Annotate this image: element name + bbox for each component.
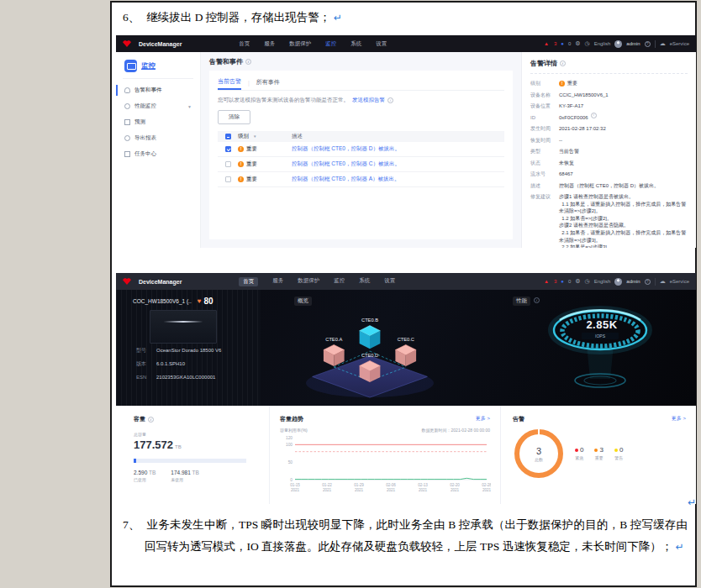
controller-cube-b[interactable]: CTE0.B bbox=[360, 318, 381, 349]
capacity-panel: 容量i 总容量 177.572TB 2.590 TB 已使用 174.981 T… bbox=[116, 406, 269, 504]
titlebar-right: ▲3 ●0 ⚙ ◷ English admin ? ☁ eService bbox=[544, 278, 689, 286]
nav-data-protection[interactable]: 数据保护 bbox=[298, 277, 319, 286]
eservice-link[interactable]: eService bbox=[670, 279, 689, 284]
message-icon[interactable]: ● bbox=[561, 279, 564, 284]
detail-field-row: 类型当前告警 bbox=[530, 146, 688, 158]
filter-icon[interactable]: ▼ bbox=[253, 134, 256, 139]
detail-field-row: 发生时间2021-02-28 17:02:32 bbox=[530, 123, 688, 135]
doc-paragraph-7: 7、业务未发生中断，TPS 瞬时出现较明显下降，此时业务全由 B 控承载（出于数… bbox=[123, 514, 688, 558]
cloud-icon[interactable]: ☁ bbox=[660, 40, 666, 47]
table-row[interactable]: !重要 控制器（控制框 CTE0，控制器 D）被拔出。 bbox=[218, 142, 504, 157]
tab-bar: 当前告警 | 所有事件 bbox=[218, 77, 504, 91]
sidebar-item-performance[interactable]: 性能监控 ▼ bbox=[116, 98, 200, 114]
controller-cube-d[interactable]: CTE0.D bbox=[360, 353, 381, 382]
controller-label: CTE0.B bbox=[361, 318, 378, 323]
info-icon[interactable]: i bbox=[148, 417, 154, 423]
nav-monitor[interactable]: 监控 bbox=[325, 40, 336, 48]
alarm-bell-icon[interactable]: ▲ bbox=[544, 279, 549, 284]
alarm-summary-panel: 告警 更多 > 3 总数 0 紧急 3 重要 bbox=[500, 406, 696, 504]
controller-label: CTE0.D bbox=[361, 353, 378, 358]
nav-home[interactable]: 首页 bbox=[239, 40, 250, 48]
alarm-screenshot: DeviceManager 首页 服务 数据保护 监控 系统 设置 ▲3 ●0 … bbox=[116, 35, 696, 248]
username[interactable]: admin bbox=[626, 41, 640, 46]
nav-settings[interactable]: 设置 bbox=[376, 40, 387, 48]
row-checkbox[interactable] bbox=[225, 161, 231, 167]
free-capacity: 174.981 TB 未使用 bbox=[171, 470, 199, 482]
nav-services[interactable]: 服务 bbox=[272, 277, 283, 286]
avatar[interactable] bbox=[614, 278, 622, 286]
page-title-text: 告警和事件 bbox=[209, 58, 243, 66]
sidebar-app[interactable]: 监控 bbox=[124, 60, 192, 72]
sidebar-item-alarms-events[interactable]: 告警和事件 bbox=[116, 82, 200, 98]
capacity-trend-chart: 05010012001-15202101-22202101-29202102-0… bbox=[280, 433, 491, 495]
alarm-bell-icon[interactable]: ▲ bbox=[544, 41, 549, 46]
health-heart-icon: ♥ bbox=[198, 297, 202, 305]
nav-services[interactable]: 服务 bbox=[264, 40, 275, 48]
cloud-icon[interactable]: ☁ bbox=[660, 278, 666, 285]
alarm-desc-link[interactable]: 控制器（控制框 CTE0，控制器 A）被拔出。 bbox=[292, 176, 504, 183]
gear-icon[interactable]: ⚙ bbox=[575, 40, 580, 47]
detail-field-row: 流水号68467 bbox=[530, 169, 688, 181]
alarm-desc-link[interactable]: 控制器（控制框 CTE0，控制器 D）被拔出。 bbox=[292, 145, 504, 153]
svg-text:02-06: 02-06 bbox=[386, 483, 396, 487]
huawei-logo-icon bbox=[123, 40, 131, 47]
svg-text:01-22: 01-22 bbox=[322, 483, 332, 487]
clock-icon[interactable]: ◷ bbox=[585, 40, 590, 47]
table-row[interactable]: !重要 控制器（控制框 CTE0，控制器 C）被拔出。 bbox=[218, 157, 504, 172]
nav-system[interactable]: 系统 bbox=[359, 277, 370, 286]
page-title: 告警和事件i bbox=[209, 57, 513, 66]
svg-text:2021: 2021 bbox=[419, 488, 428, 492]
device-name[interactable]: COC_HW18500V6_1 (.. bbox=[133, 298, 192, 304]
controller-cube-a[interactable]: CTE0.A bbox=[324, 337, 345, 366]
svg-text:2021: 2021 bbox=[482, 488, 491, 492]
sidebar-item-task-center[interactable]: 任务中心 bbox=[116, 146, 200, 162]
info-icon[interactable]: i bbox=[560, 60, 566, 66]
info-icon[interactable]: i bbox=[591, 113, 597, 118]
alarm-more-link[interactable]: 更多 > bbox=[672, 415, 686, 423]
capacity-stats: 2.590 TB 已使用 174.981 TB 未使用 bbox=[134, 470, 269, 482]
field-label: 级别 bbox=[530, 78, 559, 90]
language-selector[interactable]: English bbox=[594, 279, 611, 284]
alarm-desc-link[interactable]: 控制器（控制框 CTE0，控制器 C）被拔出。 bbox=[292, 160, 504, 168]
controller-cube-c[interactable]: CTE0.C bbox=[395, 337, 416, 366]
main-nav: 首页 服务 数据保护 监控 系统 设置 bbox=[239, 40, 387, 48]
clear-button[interactable]: 清除 bbox=[218, 110, 250, 124]
help-icon[interactable]: ? bbox=[645, 279, 651, 285]
tab-current-alarms[interactable]: 当前告警 bbox=[218, 77, 241, 90]
nav-system[interactable]: 系统 bbox=[350, 40, 361, 48]
send-simulated-alarm-link[interactable]: 发送模拟告警 bbox=[352, 97, 385, 102]
trend-more-link[interactable]: 更多 > bbox=[476, 415, 490, 423]
sidebar-item-label: 告警和事件 bbox=[134, 87, 162, 94]
svg-text:2021: 2021 bbox=[355, 488, 364, 492]
info-icon[interactable]: i bbox=[387, 97, 393, 103]
health-score: 80 bbox=[203, 297, 213, 306]
table-row[interactable]: !重要 控制器（控制框 CTE0，控制器 A）被拔出。 bbox=[218, 172, 504, 187]
svg-text:2021: 2021 bbox=[323, 488, 332, 492]
help-icon[interactable]: ? bbox=[645, 41, 651, 47]
info-icon[interactable]: i bbox=[245, 59, 251, 65]
paragraph-return-mark: ↵ bbox=[676, 541, 684, 553]
select-all-checkbox[interactable] bbox=[225, 134, 231, 139]
simulated-alarm-hint: 您可以发送模拟告警来测试设备的告警功能是否正常。发送模拟告警i bbox=[218, 97, 504, 104]
gear-icon[interactable]: ⚙ bbox=[575, 278, 580, 285]
nav-data-protection[interactable]: 数据保护 bbox=[289, 40, 311, 48]
nav-monitor[interactable]: 监控 bbox=[334, 277, 345, 286]
svg-text:120: 120 bbox=[286, 436, 293, 440]
message-icon[interactable]: ● bbox=[561, 41, 564, 46]
clock-icon[interactable]: ◷ bbox=[585, 278, 590, 285]
sidebar-item-export-report[interactable]: 导出报表 bbox=[116, 130, 200, 146]
sidebar-item-forecast[interactable]: 预测 bbox=[116, 114, 200, 130]
row-checkbox[interactable] bbox=[225, 146, 231, 152]
nav-settings[interactable]: 设置 bbox=[384, 277, 395, 286]
paragraph-text: 继续拔出 D 控制器，存储出现告警； bbox=[146, 11, 330, 24]
nav-home[interactable]: 首页 bbox=[239, 277, 258, 286]
row-checkbox[interactable] bbox=[225, 176, 231, 182]
username[interactable]: admin bbox=[626, 279, 640, 284]
avatar[interactable] bbox=[614, 40, 622, 48]
svg-text:2021: 2021 bbox=[291, 488, 300, 492]
tab-all-events[interactable]: 所有事件 bbox=[256, 78, 280, 89]
performance-panel: 性能 i 2.85K IOPS bbox=[479, 290, 696, 406]
eservice-link[interactable]: eService bbox=[670, 41, 689, 46]
paragraph-return-mark: ↵ bbox=[688, 496, 696, 508]
language-selector[interactable]: English bbox=[594, 41, 611, 46]
